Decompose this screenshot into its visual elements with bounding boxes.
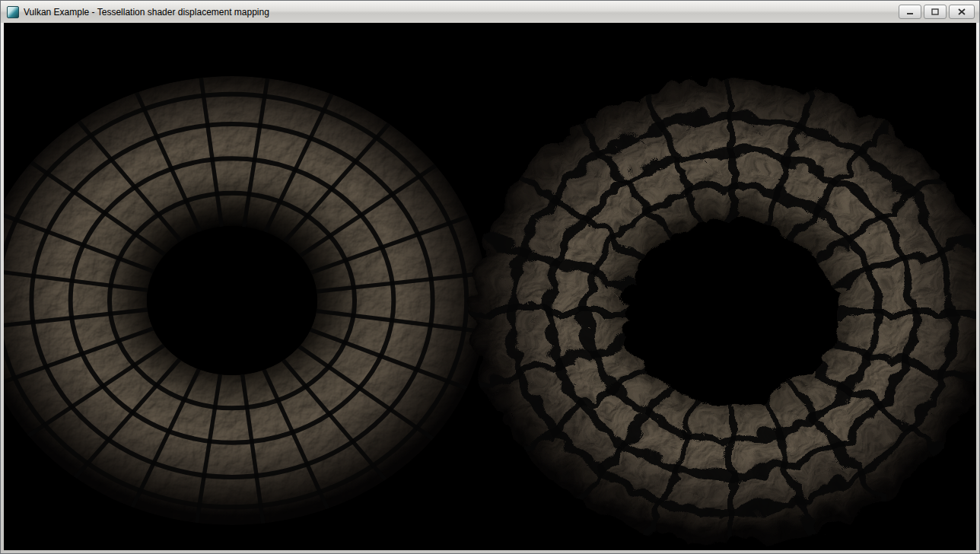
maximize-button[interactable]: [924, 5, 947, 19]
app-icon: [7, 6, 19, 18]
torus-displacement-mapped: [463, 72, 976, 545]
torus-no-displacement: [4, 73, 490, 527]
minimize-button[interactable]: [899, 5, 921, 19]
close-button[interactable]: [949, 5, 975, 19]
window-controls: [899, 5, 975, 19]
minimize-icon: [906, 8, 914, 15]
maximize-icon: [931, 8, 939, 15]
render-viewport[interactable]: [4, 23, 976, 550]
3d-scene: [4, 23, 976, 550]
app-window: Vulkan Example - Tessellation shader dis…: [0, 0, 980, 554]
window-title: Vulkan Example - Tessellation shader dis…: [24, 7, 269, 18]
titlebar[interactable]: Vulkan Example - Tessellation shader dis…: [1, 1, 979, 23]
close-icon: [958, 8, 966, 15]
